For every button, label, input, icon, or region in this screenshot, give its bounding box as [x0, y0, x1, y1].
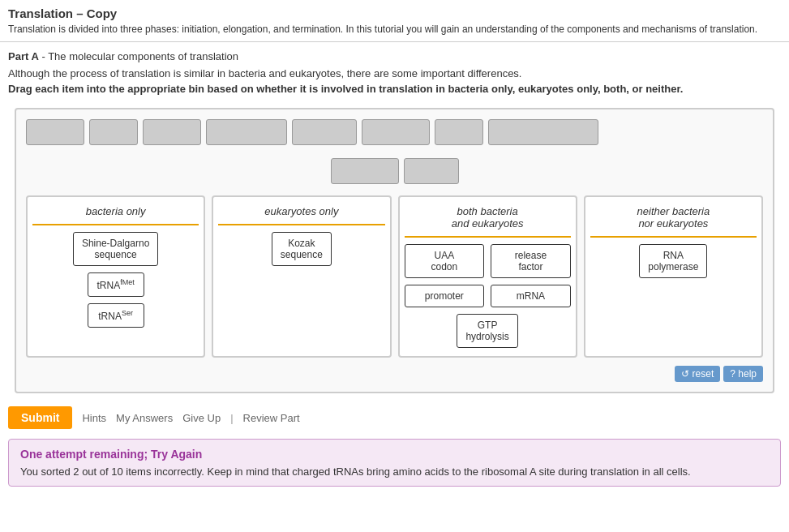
attempt-text: You sorted 2 out of 10 items incorrectly… — [20, 466, 769, 478]
part-instruction: Drag each item into the appropriate bin … — [0, 83, 789, 101]
help-button[interactable]: ? help — [723, 366, 763, 382]
bin-both[interactable]: both bacteriaand eukaryotes UAAcodon rel… — [398, 195, 577, 358]
drag-item-2[interactable] — [89, 119, 138, 145]
drag-item-10[interactable] — [404, 158, 459, 184]
reset-button[interactable]: ↺ reset — [675, 366, 720, 382]
drag-item-5[interactable] — [292, 119, 357, 145]
drag-item-7[interactable] — [435, 119, 483, 145]
bin-item-promoter[interactable]: promoter — [405, 285, 485, 307]
bin-neither-header: neither bacterianor eukaryotes — [590, 202, 757, 238]
separator: | — [230, 412, 233, 424]
bin-item-uaa-codon[interactable]: UAAcodon — [405, 244, 485, 278]
review-part-link[interactable]: Review Part — [243, 412, 300, 424]
submit-button[interactable]: Submit — [8, 406, 72, 429]
bin-item-shine-dalgarno[interactable]: Shine-Dalgarnosequence — [73, 232, 158, 266]
bin-eukaryotes-only[interactable]: eukaryotes only Kozaksequence — [212, 195, 391, 358]
bin-eukaryotes-only-items: Kozaksequence — [218, 232, 384, 266]
draggable-items-row2 — [26, 158, 763, 184]
bin-item-mrna[interactable]: mRNA — [491, 285, 571, 307]
bin-both-items: UAAcodon releasefactor promoter mRNA GTP… — [405, 244, 571, 348]
draggable-items-row1 — [26, 119, 763, 145]
my-answers-link[interactable]: My Answers — [116, 412, 173, 424]
attempt-box: One attempt remaining; Try Again You sor… — [8, 439, 781, 487]
give-up-link[interactable]: Give Up — [182, 412, 221, 424]
drag-item-3[interactable] — [143, 119, 201, 145]
bins-row: bacteria only Shine-Dalgarnosequence tRN… — [26, 195, 763, 358]
part-context: Although the process of translation is s… — [0, 67, 789, 83]
bin-item-kozak[interactable]: Kozaksequence — [272, 232, 332, 266]
actions-row: Submit Hints My Answers Give Up | Review… — [0, 400, 789, 435]
bin-neither-items: RNApolymerase — [590, 244, 757, 278]
reset-help-row: ↺ reset ? help — [26, 366, 763, 382]
drag-item-9[interactable] — [331, 158, 399, 184]
bin-neither[interactable]: neither bacterianor eukaryotes RNApolyme… — [584, 195, 763, 358]
hints-link[interactable]: Hints — [82, 412, 106, 424]
bin-item-rna-polymerase[interactable]: RNApolymerase — [639, 244, 707, 278]
drag-item-1[interactable] — [26, 119, 84, 145]
page-title: Translation – Copy — [0, 0, 789, 24]
bin-item-trnafmet[interactable]: tRNAfMet — [88, 272, 144, 297]
part-a-label: Part A - The molecular components of tra… — [8, 50, 238, 62]
page-subtitle: Translation is divided into three phases… — [0, 24, 789, 42]
bin-bacteria-only[interactable]: bacteria only Shine-Dalgarnosequence tRN… — [26, 195, 205, 358]
attempt-title: One attempt remaining; Try Again — [20, 448, 769, 461]
bin-item-trnaser[interactable]: tRNASer — [88, 303, 144, 328]
drag-item-6[interactable] — [362, 119, 430, 145]
bin-eukaryotes-only-header: eukaryotes only — [218, 202, 384, 225]
bin-item-release-factor[interactable]: releasefactor — [491, 244, 571, 278]
bin-bacteria-only-items: Shine-Dalgarnosequence tRNAfMet tRNASer — [32, 232, 199, 328]
drag-item-8[interactable] — [488, 119, 598, 145]
bin-both-header: both bacteriaand eukaryotes — [405, 202, 571, 238]
bin-item-gtp-hydrolysis[interactable]: GTPhydrolysis — [457, 314, 517, 348]
drag-drop-area: bacteria only Shine-Dalgarnosequence tRN… — [15, 108, 774, 393]
bin-bacteria-only-header: bacteria only — [32, 202, 199, 225]
drag-item-4[interactable] — [206, 119, 287, 145]
